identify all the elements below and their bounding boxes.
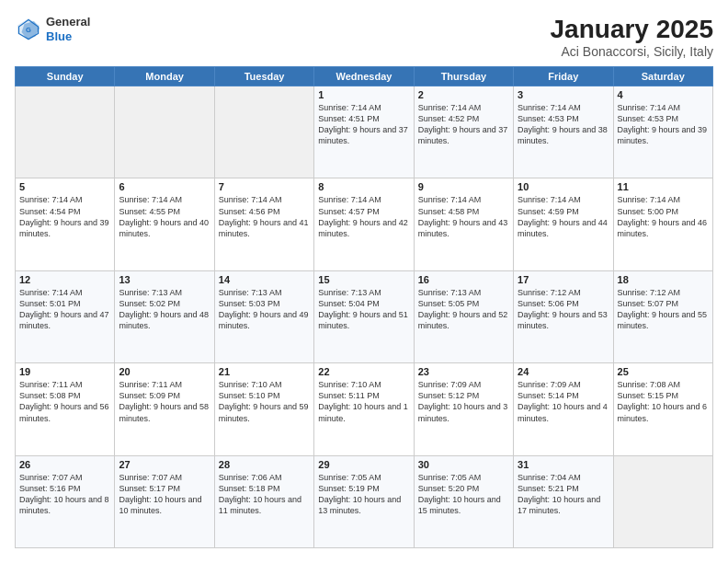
day-number: 21 bbox=[219, 366, 310, 377]
cell-text: Sunrise: 7:10 AMSunset: 5:11 PMDaylight:… bbox=[318, 379, 409, 424]
weekday-header: Wednesday bbox=[314, 67, 414, 86]
day-number: 2 bbox=[418, 89, 509, 100]
cell-text: Sunrise: 7:14 AMSunset: 5:01 PMDaylight:… bbox=[19, 287, 110, 332]
day-number: 1 bbox=[318, 89, 409, 100]
calendar-week-row: 19Sunrise: 7:11 AMSunset: 5:08 PMDayligh… bbox=[16, 363, 713, 455]
weekday-header: Sunday bbox=[16, 67, 115, 86]
calendar-header: SundayMondayTuesdayWednesdayThursdayFrid… bbox=[16, 67, 713, 86]
logo-text: General Blue bbox=[46, 15, 90, 43]
day-number: 11 bbox=[618, 181, 709, 192]
cell-text: Sunrise: 7:08 AMSunset: 5:15 PMDaylight:… bbox=[618, 379, 709, 424]
page: G General Blue January 2025 Aci Bonaccor… bbox=[0, 0, 728, 563]
cell-text: Sunrise: 7:06 AMSunset: 5:18 PMDaylight:… bbox=[219, 472, 310, 517]
calendar-cell bbox=[16, 86, 115, 178]
calendar-cell: 3Sunrise: 7:14 AMSunset: 4:53 PMDaylight… bbox=[514, 86, 613, 178]
calendar-cell: 12Sunrise: 7:14 AMSunset: 5:01 PMDayligh… bbox=[16, 270, 115, 362]
calendar-cell bbox=[613, 455, 712, 547]
calendar-week-row: 5Sunrise: 7:14 AMSunset: 4:54 PMDaylight… bbox=[16, 178, 713, 270]
calendar-cell: 9Sunrise: 7:14 AMSunset: 4:58 PMDaylight… bbox=[414, 178, 513, 270]
weekday-header: Tuesday bbox=[214, 67, 313, 86]
cell-text: Sunrise: 7:14 AMSunset: 4:53 PMDaylight:… bbox=[518, 102, 609, 147]
logo-blue-text: Blue bbox=[46, 29, 72, 43]
calendar-cell: 27Sunrise: 7:07 AMSunset: 5:17 PMDayligh… bbox=[115, 455, 214, 547]
cell-text: Sunrise: 7:14 AMSunset: 4:57 PMDaylight:… bbox=[318, 194, 409, 239]
cell-text: Sunrise: 7:14 AMSunset: 4:59 PMDaylight:… bbox=[518, 194, 609, 239]
day-number: 4 bbox=[618, 89, 709, 100]
cell-text: Sunrise: 7:14 AMSunset: 4:52 PMDaylight:… bbox=[418, 102, 509, 147]
calendar-cell: 14Sunrise: 7:13 AMSunset: 5:03 PMDayligh… bbox=[214, 270, 313, 362]
calendar-cell: 28Sunrise: 7:06 AMSunset: 5:18 PMDayligh… bbox=[214, 455, 313, 547]
weekday-header: Thursday bbox=[414, 67, 513, 86]
calendar-cell bbox=[115, 86, 214, 178]
day-number: 15 bbox=[318, 274, 409, 285]
day-number: 23 bbox=[418, 366, 509, 377]
svg-text:G: G bbox=[26, 26, 31, 34]
cell-text: Sunrise: 7:14 AMSunset: 4:55 PMDaylight:… bbox=[119, 194, 210, 239]
location-title: Aci Bonaccorsi, Sicily, Italy bbox=[551, 44, 713, 59]
calendar-cell: 30Sunrise: 7:05 AMSunset: 5:20 PMDayligh… bbox=[414, 455, 513, 547]
calendar-body: 1Sunrise: 7:14 AMSunset: 4:51 PMDaylight… bbox=[16, 86, 713, 548]
calendar-cell: 7Sunrise: 7:14 AMSunset: 4:56 PMDaylight… bbox=[214, 178, 313, 270]
cell-text: Sunrise: 7:11 AMSunset: 5:09 PMDaylight:… bbox=[119, 379, 210, 424]
calendar-cell: 10Sunrise: 7:14 AMSunset: 4:59 PMDayligh… bbox=[514, 178, 613, 270]
day-number: 22 bbox=[318, 366, 409, 377]
cell-text: Sunrise: 7:13 AMSunset: 5:02 PMDaylight:… bbox=[119, 287, 210, 332]
cell-text: Sunrise: 7:14 AMSunset: 4:58 PMDaylight:… bbox=[418, 194, 509, 239]
cell-text: Sunrise: 7:13 AMSunset: 5:04 PMDaylight:… bbox=[318, 287, 409, 332]
calendar-cell: 29Sunrise: 7:05 AMSunset: 5:19 PMDayligh… bbox=[314, 455, 414, 547]
cell-text: Sunrise: 7:14 AMSunset: 5:00 PMDaylight:… bbox=[618, 194, 709, 239]
calendar-cell: 13Sunrise: 7:13 AMSunset: 5:02 PMDayligh… bbox=[115, 270, 214, 362]
logo-general-text: General bbox=[46, 15, 90, 29]
calendar-cell: 20Sunrise: 7:11 AMSunset: 5:09 PMDayligh… bbox=[115, 363, 214, 455]
day-number: 20 bbox=[119, 366, 210, 377]
title-block: January 2025 Aci Bonaccorsi, Sicily, Ita… bbox=[551, 15, 713, 59]
calendar-cell: 22Sunrise: 7:10 AMSunset: 5:11 PMDayligh… bbox=[314, 363, 414, 455]
day-number: 6 bbox=[119, 181, 210, 192]
cell-text: Sunrise: 7:12 AMSunset: 5:07 PMDaylight:… bbox=[618, 287, 709, 332]
calendar-cell: 4Sunrise: 7:14 AMSunset: 4:53 PMDaylight… bbox=[613, 86, 712, 178]
calendar-cell: 15Sunrise: 7:13 AMSunset: 5:04 PMDayligh… bbox=[314, 270, 414, 362]
calendar-cell: 19Sunrise: 7:11 AMSunset: 5:08 PMDayligh… bbox=[16, 363, 115, 455]
calendar-cell: 2Sunrise: 7:14 AMSunset: 4:52 PMDaylight… bbox=[414, 86, 513, 178]
weekday-row: SundayMondayTuesdayWednesdayThursdayFrid… bbox=[16, 67, 713, 86]
cell-text: Sunrise: 7:07 AMSunset: 5:16 PMDaylight:… bbox=[19, 472, 110, 517]
cell-text: Sunrise: 7:05 AMSunset: 5:20 PMDaylight:… bbox=[418, 472, 509, 517]
calendar-cell: 21Sunrise: 7:10 AMSunset: 5:10 PMDayligh… bbox=[214, 363, 313, 455]
calendar-table: SundayMondayTuesdayWednesdayThursdayFrid… bbox=[15, 66, 713, 548]
calendar-cell: 24Sunrise: 7:09 AMSunset: 5:14 PMDayligh… bbox=[514, 363, 613, 455]
weekday-header: Friday bbox=[514, 67, 613, 86]
calendar-cell: 11Sunrise: 7:14 AMSunset: 5:00 PMDayligh… bbox=[613, 178, 712, 270]
day-number: 3 bbox=[518, 89, 609, 100]
calendar-week-row: 12Sunrise: 7:14 AMSunset: 5:01 PMDayligh… bbox=[16, 270, 713, 362]
cell-text: Sunrise: 7:05 AMSunset: 5:19 PMDaylight:… bbox=[318, 472, 409, 517]
month-title: January 2025 bbox=[551, 15, 713, 44]
day-number: 5 bbox=[19, 181, 110, 192]
day-number: 25 bbox=[618, 366, 709, 377]
cell-text: Sunrise: 7:13 AMSunset: 5:05 PMDaylight:… bbox=[418, 287, 509, 332]
day-number: 9 bbox=[418, 181, 509, 192]
calendar-cell: 1Sunrise: 7:14 AMSunset: 4:51 PMDaylight… bbox=[314, 86, 414, 178]
cell-text: Sunrise: 7:11 AMSunset: 5:08 PMDaylight:… bbox=[19, 379, 110, 424]
day-number: 12 bbox=[19, 274, 110, 285]
calendar-cell: 23Sunrise: 7:09 AMSunset: 5:12 PMDayligh… bbox=[414, 363, 513, 455]
calendar-cell: 26Sunrise: 7:07 AMSunset: 5:16 PMDayligh… bbox=[16, 455, 115, 547]
cell-text: Sunrise: 7:09 AMSunset: 5:14 PMDaylight:… bbox=[518, 379, 609, 424]
day-number: 26 bbox=[19, 459, 110, 470]
day-number: 30 bbox=[418, 459, 509, 470]
cell-text: Sunrise: 7:14 AMSunset: 4:56 PMDaylight:… bbox=[219, 194, 310, 239]
weekday-header: Monday bbox=[115, 67, 214, 86]
cell-text: Sunrise: 7:04 AMSunset: 5:21 PMDaylight:… bbox=[518, 472, 609, 517]
cell-text: Sunrise: 7:07 AMSunset: 5:17 PMDaylight:… bbox=[119, 472, 210, 517]
logo-icon: G bbox=[15, 16, 42, 43]
day-number: 29 bbox=[318, 459, 409, 470]
day-number: 19 bbox=[19, 366, 110, 377]
day-number: 14 bbox=[219, 274, 310, 285]
calendar-cell: 31Sunrise: 7:04 AMSunset: 5:21 PMDayligh… bbox=[514, 455, 613, 547]
calendar-cell: 6Sunrise: 7:14 AMSunset: 4:55 PMDaylight… bbox=[115, 178, 214, 270]
day-number: 17 bbox=[518, 274, 609, 285]
weekday-header: Saturday bbox=[613, 67, 712, 86]
logo: G General Blue bbox=[15, 15, 90, 43]
day-number: 10 bbox=[518, 181, 609, 192]
day-number: 28 bbox=[219, 459, 310, 470]
calendar-cell: 16Sunrise: 7:13 AMSunset: 5:05 PMDayligh… bbox=[414, 270, 513, 362]
